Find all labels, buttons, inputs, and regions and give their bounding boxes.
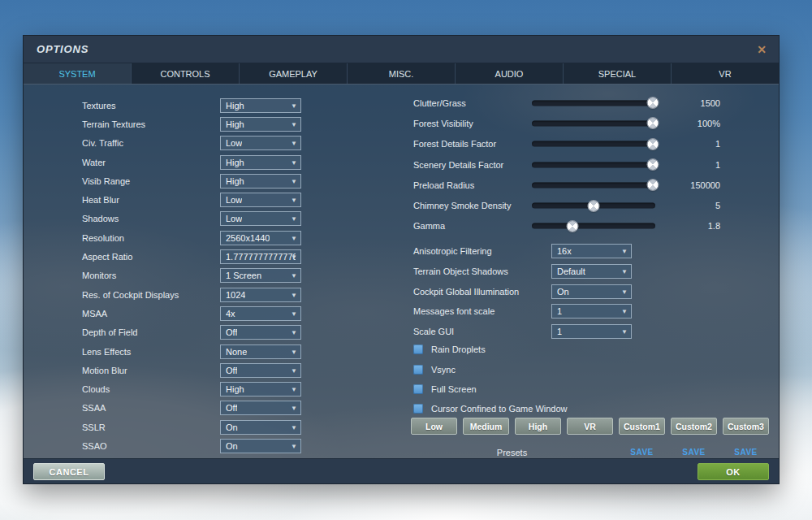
setting-row-motion-blur: Motion Blur Off ▼	[24, 361, 407, 379]
dropdown[interactable]: Off ▼	[220, 325, 301, 340]
preset-button-custom3[interactable]: Custom3	[723, 418, 769, 435]
chevron-down-icon: ▼	[291, 272, 297, 280]
tab-misc[interactable]: MISC.	[348, 63, 456, 84]
slider-track[interactable]	[532, 223, 655, 229]
dropdown[interactable]: High ▼	[220, 382, 301, 396]
checkbox-label: Vsync	[431, 365, 456, 375]
tab-label: GAMEPLAY	[269, 69, 317, 79]
cancel-button[interactable]: CANCEL	[33, 463, 105, 480]
slider-value: 1500	[650, 98, 720, 108]
chevron-down-icon: ▼	[621, 288, 628, 295]
dropdown[interactable]: 1 ▼	[551, 324, 632, 339]
preset-button-high[interactable]: High	[515, 418, 561, 435]
dropdown[interactable]: 1024 ▼	[220, 288, 301, 302]
dropdown[interactable]: High ▼	[220, 174, 301, 188]
setting-row-ssaa: SSAA Off ▼	[24, 399, 407, 418]
slider-track[interactable]	[532, 141, 655, 147]
checkboxes-group: Rain Droplets Vsync Full Screen Cursor C…	[407, 340, 780, 419]
dropdown[interactable]: 16x ▼	[551, 244, 632, 258]
dropdown[interactable]: Off ▼	[220, 401, 301, 415]
dropdown[interactable]: 2560x1440 ▼	[220, 231, 301, 245]
checkbox-label: Full Screen	[431, 384, 477, 394]
tab-label: AUDIO	[495, 69, 524, 79]
slider-track[interactable]	[532, 162, 655, 167]
tab-vr[interactable]: VR	[672, 63, 779, 84]
slider-value: 1	[650, 139, 720, 149]
setting-label: Heat Blur	[82, 195, 119, 205]
dropdown[interactable]: Low ▼	[220, 136, 301, 150]
setting-row-ssao: SSAO On ▼	[24, 436, 407, 455]
dropdown-value: 1 Screen	[226, 271, 261, 280]
preset-button-medium[interactable]: Medium	[463, 418, 509, 435]
ok-button[interactable]: OK	[698, 463, 769, 480]
preset-button-custom1[interactable]: Custom1	[619, 418, 665, 435]
dropdown[interactable]: Off ▼	[220, 363, 301, 378]
slider-row-gamma: Gamma 1.8	[407, 216, 780, 236]
slider-track[interactable]	[532, 203, 655, 209]
checkbox[interactable]	[413, 384, 423, 394]
right-dropdowns-group: Anisotropic Filtering 16x ▼ Terrain Obje…	[407, 241, 780, 341]
close-button[interactable]: ✕	[753, 41, 771, 58]
slider-knob[interactable]	[589, 201, 599, 211]
dropdown[interactable]: High ▼	[220, 117, 301, 132]
slider-row-scenery-details-factor: Scenery Details Factor 1	[407, 154, 780, 175]
setting-row-heat-blur: Heat Blur Low ▼	[24, 190, 407, 209]
setting-label: Textures	[82, 101, 116, 110]
slider-track[interactable]	[532, 100, 655, 106]
slider-label: Gamma	[413, 221, 445, 231]
setting-label: Cockpit Global Illumination	[413, 287, 519, 297]
tab-label: CONTROLS	[160, 69, 209, 79]
checkbox-row-vsync: Vsync	[407, 359, 780, 379]
setting-row-terrain-object-shadows: Terrain Object Shadows Default ▼	[407, 262, 780, 282]
dropdown-value: Off	[226, 403, 237, 413]
slider-label: Clutter/Grass	[413, 98, 466, 108]
save-custom2-link[interactable]: SAVE	[671, 448, 717, 457]
tab-controls[interactable]: CONTROLS	[132, 63, 240, 84]
tab-audio[interactable]: AUDIO	[456, 63, 564, 84]
tab-special[interactable]: SPECIAL	[564, 63, 672, 84]
dropdown-value: Default	[557, 266, 585, 276]
dropdown[interactable]: On ▼	[551, 284, 632, 299]
tab-gameplay[interactable]: GAMEPLAY	[240, 63, 348, 84]
dropdown[interactable]: None ▼	[220, 344, 301, 359]
dropdown[interactable]: 1 Screen ▼	[220, 268, 301, 283]
dropdown[interactable]: 1.7777777777778 ▼	[220, 249, 301, 264]
save-custom1-link[interactable]: SAVE	[619, 448, 665, 457]
dropdown-value: 4x	[226, 309, 235, 318]
setting-row-civ-traffic: Civ. Traffic Low ▼	[24, 134, 407, 153]
slider-track[interactable]	[532, 182, 655, 188]
tab-system[interactable]: SYSTEM	[24, 63, 132, 84]
checkbox[interactable]	[413, 404, 423, 414]
chevron-down-icon: ▼	[621, 248, 628, 255]
setting-label: Motion Blur	[82, 366, 127, 375]
setting-label: Terrain Object Shadows	[413, 266, 508, 276]
dialog-footer: CANCEL OK	[24, 458, 779, 483]
chevron-down-icon: ▼	[291, 120, 297, 128]
save-custom3-link[interactable]: SAVE	[723, 448, 769, 457]
preset-button-vr[interactable]: VR	[567, 418, 613, 435]
dropdown[interactable]: Low ▼	[220, 193, 301, 207]
dropdown[interactable]: 4x ▼	[220, 306, 301, 321]
setting-label: Clouds	[82, 384, 110, 394]
close-icon: ✕	[757, 43, 767, 56]
dropdown-value: High	[226, 384, 244, 394]
checkbox[interactable]	[413, 365, 423, 375]
slider-label: Chimney Smoke Density	[413, 201, 511, 210]
setting-row-aspect-ratio: Aspect Ratio 1.7777777777778 ▼	[24, 247, 407, 266]
dropdown[interactable]: On ▼	[220, 439, 301, 453]
dropdown[interactable]: High ▼	[220, 155, 301, 170]
dropdown[interactable]: 1 ▼	[551, 304, 632, 318]
preset-button-low[interactable]: Low	[411, 418, 457, 435]
setting-label: Shadows	[82, 214, 119, 223]
chevron-down-icon: ▼	[291, 366, 297, 374]
slider-row-forest-visibility: Forest Visibility 100%	[407, 113, 780, 133]
dropdown[interactable]: Low ▼	[220, 211, 301, 226]
slider-track[interactable]	[532, 120, 655, 126]
dropdown-value: High	[226, 158, 244, 167]
slider-knob[interactable]	[568, 221, 578, 232]
dropdown[interactable]: On ▼	[220, 420, 301, 435]
dropdown[interactable]: High ▼	[220, 98, 301, 113]
dropdown[interactable]: Default ▼	[551, 264, 632, 279]
preset-button-custom2[interactable]: Custom2	[671, 418, 717, 435]
checkbox[interactable]	[413, 344, 423, 354]
